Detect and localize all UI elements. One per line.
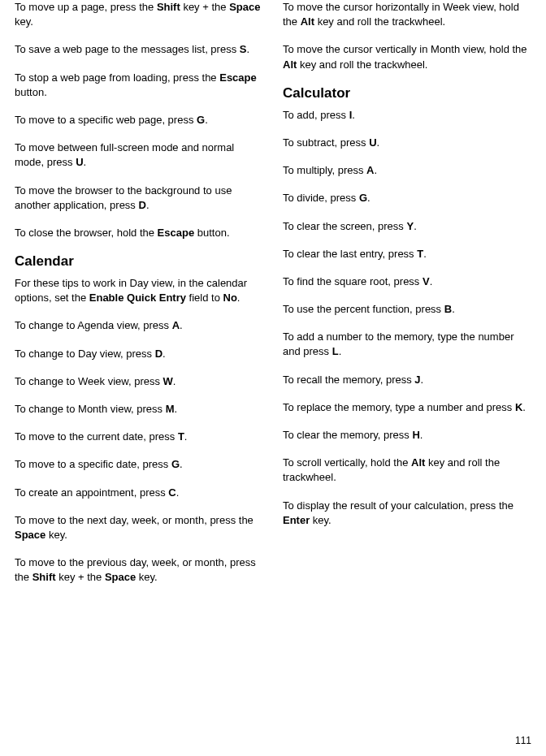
calculator-tip: To divide, press G. [283,191,531,205]
calendar-tip: To move the cursor vertically in Month v… [283,42,531,71]
calendar-tip: To change to Week view, press W. [15,374,263,389]
calendar-tip: To move to the current date, press T. [15,430,263,444]
calendar-tip: To change to Month view, press M. [15,402,263,417]
browser-tip: To close the browser, hold the Escape bu… [15,226,263,240]
page-number: 111 [515,735,531,746]
content-columns: To move up a page, press the Shift key +… [15,0,531,598]
calendar-tip: To move to a specific date, press G. [15,457,263,472]
calculator-tip: To subtract, press U. [283,136,531,150]
calendar-tip: To move to the next day, week, or month,… [15,513,263,542]
calculator-tip: To recall the memory, press J. [283,373,531,387]
calculator-tip: To multiply, press A. [283,163,531,178]
calendar-heading: Calendar [15,253,263,270]
calendar-note: For these tips to work in Day view, in t… [15,276,263,305]
calendar-tip: To change to Day view, press D. [15,347,263,361]
calendar-tip: To move the cursor horizontally in Week … [283,0,531,29]
calculator-tip: To clear the screen, press Y. [283,219,531,234]
browser-tip: To stop a web page from loading, press t… [15,71,263,100]
calculator-tip: To add, press I. [283,108,531,123]
calendar-tip: To change to Agenda view, press A. [15,318,263,333]
browser-tip: To move between full-screen mode and nor… [15,140,263,170]
calculator-tip: To display the result of your calculatio… [283,499,531,528]
calculator-tip: To clear the last entry, press T. [283,247,531,261]
browser-tip: To move the browser to the background to… [15,184,263,213]
calendar-tip: To create an appointment, press C. [15,486,263,500]
calculator-tip: To use the percent function, press B. [283,302,531,317]
browser-tip: To save a web page to the messages list,… [15,42,263,57]
right-column: To move the cursor horizontally in Week … [283,0,531,598]
calendar-tip: To move to the previous day, week, or mo… [15,555,263,585]
browser-tip: To move to a specific web page, press G. [15,113,263,127]
calculator-tip: To find the square root, press V. [283,274,531,289]
calculator-tip: To scroll vertically, hold the Alt key a… [283,456,531,485]
browser-tip: To move up a page, press the Shift key +… [15,0,263,29]
calculator-tip: To replace the memory, type a number and… [283,400,531,415]
calculator-heading: Calculator [283,85,531,102]
calculator-tip: To clear the memory, press H. [283,428,531,443]
calculator-tip: To add a number to the memory, type the … [283,330,531,359]
left-column: To move up a page, press the Shift key +… [15,0,263,598]
